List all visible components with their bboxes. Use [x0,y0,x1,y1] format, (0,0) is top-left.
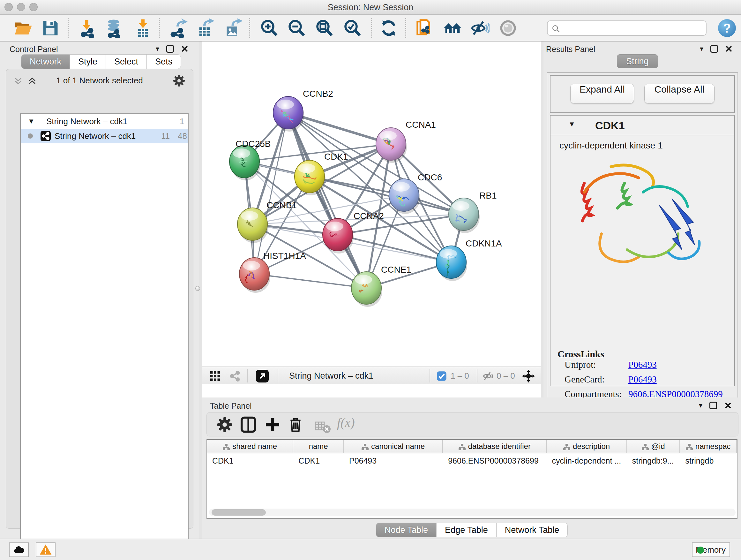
node-table[interactable]: shared namenamecanonical namedatabase id… [206,439,738,519]
cell-database-identifier[interactable]: 9606.ENSP00000378699 [443,454,547,468]
gene-section-header[interactable]: ▼ CDK1 [550,116,734,135]
export-image-icon[interactable] [223,18,242,38]
column-header--id[interactable]: @id [627,440,680,453]
float-panel-icon[interactable] [711,45,718,53]
node-CCNB2[interactable]: CCNB2 [273,89,333,132]
column-header-name[interactable]: name [293,440,344,453]
pan-crosshair-icon[interactable] [522,369,536,383]
cell--id[interactable]: stringdb:9... [627,454,680,468]
node-label-CDK1: CDK1 [324,152,348,162]
crosslink-link[interactable]: P06493 [628,360,657,370]
cloud-button[interactable] [9,543,29,557]
collapse-all-button[interactable]: Collapse All [644,84,715,104]
node-RB1[interactable]: RB1 [449,191,496,233]
save-session-icon[interactable] [41,18,60,38]
cell-shared-name[interactable]: CDK1 [207,454,293,468]
zoom-in-icon[interactable] [260,18,279,38]
left-splitter[interactable] [199,42,202,539]
node-CCNE1[interactable]: CCNE1 [351,265,411,307]
node-label-RB1: RB1 [479,191,496,200]
crosslink-label: Uniprot: [564,360,596,370]
close-panel-icon[interactable] [181,45,189,53]
expand-all-button[interactable]: Expand All [570,84,634,104]
column-header-namespac[interactable]: namespac [680,440,737,453]
tab-network[interactable]: Network [21,54,70,69]
collapse-collection-icon[interactable]: ▼ [28,114,35,129]
tab-node-table[interactable]: Node Table [376,523,436,537]
edge-CCNB2-HIST1H1A[interactable] [254,113,288,274]
close-panel-icon[interactable] [725,45,733,53]
cell-canonical-name[interactable]: P06493 [344,454,443,468]
grid-mode-icon[interactable] [209,370,221,382]
edge-HIST1H1A-CCNE1[interactable] [254,274,366,288]
panel-menu-icon[interactable]: ▾ [700,45,703,53]
zoom-fit-icon[interactable] [315,18,334,38]
title-bar: Session: New Session [0,0,741,15]
crosslink-link[interactable]: P06493 [628,374,657,385]
column-header-database-identifier[interactable]: database identifier [443,440,547,453]
right-splitter[interactable] [541,42,543,397]
close-panel-icon[interactable] [724,401,732,409]
control-panel-tabs: NetworkStyleSelectSets [21,54,181,69]
selected-checkbox-icon[interactable] [436,371,447,381]
search-box[interactable] [547,20,706,36]
import-network-database-icon[interactable] [104,18,123,38]
tab-network-table[interactable]: Network Table [496,523,568,537]
show-columns-icon[interactable] [240,416,257,433]
node-label-CCNA2: CCNA2 [354,211,384,221]
hide-graphics-details-icon[interactable] [470,18,489,38]
share-view-icon[interactable] [229,370,241,382]
cell-name[interactable]: CDK1 [293,454,344,468]
tab-select[interactable]: Select [106,54,147,69]
crosslink-label: GeneCard: [564,374,605,385]
tab-edge-table[interactable]: Edge Table [436,523,496,537]
gear-icon[interactable] [173,74,185,87]
column-header-description[interactable]: description [547,440,627,453]
tab-sets[interactable]: Sets [147,54,181,69]
houses-icon[interactable] [443,18,462,38]
zoom-out-icon[interactable] [287,18,307,38]
column-header-canonical-name[interactable]: canonical name [344,440,443,453]
birdseye-open-icon[interactable] [256,370,269,382]
node-CDKN1A[interactable]: CDKN1A [436,239,502,281]
float-panel-icon[interactable] [710,401,717,409]
delete-column-icon[interactable] [287,416,304,433]
zoom-selected-icon[interactable] [343,18,362,38]
panel-menu-icon[interactable]: ▾ [699,401,702,410]
edge-CCNB2-CCNE1[interactable] [288,113,366,288]
tab-style[interactable]: Style [70,54,106,69]
table-gear-icon[interactable] [216,416,233,433]
tab-string[interactable]: String [617,54,658,68]
toolbar-separator [159,18,160,38]
cell-namespac[interactable]: stringdb [680,454,737,468]
add-column-icon[interactable] [264,416,281,433]
import-network-file-icon[interactable] [78,18,97,38]
horizontal-scrollbar[interactable] [209,509,736,516]
help-icon[interactable]: ? [718,19,736,37]
cell-description[interactable]: cyclin-dependent ... [547,454,627,468]
node-CCNA1[interactable]: CCNA1 [376,120,436,163]
refresh-icon[interactable] [379,18,398,38]
float-panel-icon[interactable] [166,45,174,53]
export-network-icon[interactable] [169,18,188,38]
network-row-selected[interactable]: String Network – cdk1 11 48 [21,129,188,143]
search-input[interactable] [564,22,701,34]
network-document-icon[interactable] [415,18,434,38]
table-row[interactable]: CDK1CDK1P064939606.ENSP00000378699cyclin… [207,454,737,468]
birdseye-toggle-icon[interactable] [498,18,518,38]
left-splitter-knob[interactable] [195,286,200,291]
warnings-button[interactable] [36,543,56,557]
scrollbar-thumb[interactable] [212,509,266,516]
node-HIST1H1A[interactable]: HIST1H1A [239,251,306,293]
panel-menu-icon[interactable]: ▾ [156,45,159,53]
collapse-gene-icon[interactable]: ▼ [568,120,576,128]
network-collection-row[interactable]: ▼ String Network – cdk1 1 [21,114,188,129]
export-table-icon[interactable] [195,18,214,38]
open-session-icon[interactable] [13,18,32,38]
import-table-icon[interactable] [133,18,152,38]
column-header-shared-name[interactable]: shared name [207,440,293,453]
network-canvas[interactable]: CCNB2CCNA1CDC25BCDK1CDC6RB1CCNB1CCNA2CDK… [202,42,541,367]
status-bar: Memory [0,539,741,560]
memory-button[interactable]: Memory [692,543,730,557]
node-CCNB1[interactable]: CCNB1 [238,200,297,243]
